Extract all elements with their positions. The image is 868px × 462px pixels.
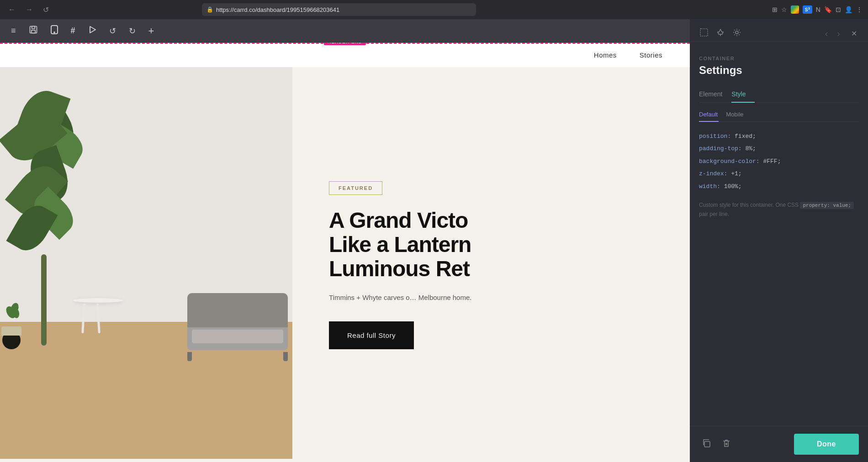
nav-homes-link[interactable]: Homes xyxy=(594,51,617,59)
canvas-wrapper: HEADER END Homes Stories xyxy=(0,43,690,462)
redo-icon: ↻ xyxy=(129,26,136,36)
back-button[interactable]: ← xyxy=(5,4,18,16)
panel-bottom-actions xyxy=(699,436,734,453)
subtab-mobile[interactable]: Mobile xyxy=(726,107,752,121)
hash-button[interactable]: # xyxy=(67,23,79,38)
preview-image-column xyxy=(0,67,292,459)
svg-rect-8 xyxy=(704,441,710,447)
subtab-default[interactable]: Default xyxy=(699,107,726,121)
extension-icon-1[interactable]: ⊞ xyxy=(772,6,778,13)
done-button[interactable]: Done xyxy=(794,434,859,455)
preview-content: FEATURED A Grand Victo Like a Lantern Lu… xyxy=(0,67,690,459)
menu-icon: ≡ xyxy=(11,26,16,36)
hint-text-block: Custom style for this container. One CSS… xyxy=(699,201,859,219)
copy-element-button[interactable] xyxy=(699,436,714,453)
mobile-view-button[interactable] xyxy=(47,22,62,39)
panel-section-label: CONTAINER xyxy=(699,56,859,61)
story-headline: A Grand Victo Like a Lantern Luminous Re… xyxy=(329,209,662,281)
s3-extension-icon[interactable]: S3 xyxy=(803,5,812,13)
css-prop-position: position: fixed; xyxy=(699,131,859,142)
undo-button[interactable]: ↺ xyxy=(106,23,120,39)
address-bar[interactable]: 🔒 https://carrd.co/dashboard/19951596682… xyxy=(202,3,476,16)
add-element-button[interactable]: + xyxy=(145,22,158,40)
css-prop-width: width: 100%; xyxy=(699,181,859,192)
panel-prev-button[interactable]: ‹ xyxy=(821,26,832,41)
css-properties-list: position: fixed; padding-top: 8%; backgr… xyxy=(699,131,859,192)
small-plant-leaves xyxy=(5,299,21,322)
css-prop-background-color: background-color: #FFF; xyxy=(699,156,859,167)
settings-gear-button[interactable] xyxy=(730,26,744,42)
notion-icon[interactable]: N xyxy=(816,6,820,13)
extension2-icon[interactable]: ⊡ xyxy=(836,6,841,13)
panel-toolbar-icons xyxy=(697,26,744,42)
round-table xyxy=(73,298,123,333)
avatar-icon[interactable]: 👤 xyxy=(845,6,852,13)
save-icon xyxy=(29,25,38,37)
delete-element-button[interactable] xyxy=(719,436,734,453)
preview-text-column: FEATURED A Grand Victo Like a Lantern Lu… xyxy=(292,67,690,459)
browser-chrome: ← → ↺ 🔒 https://carrd.co/dashboard/19951… xyxy=(0,0,868,19)
play-button[interactable] xyxy=(85,23,100,39)
save-button[interactable] xyxy=(25,22,42,39)
hint-code: property: value; xyxy=(800,202,854,209)
lock-icon: 🔒 xyxy=(206,6,213,13)
small-pot-plant xyxy=(2,322,22,349)
svg-rect-2 xyxy=(31,30,35,33)
story-excerpt: Timmins + Whyte carves o… Melbourne home… xyxy=(329,292,489,303)
pot-upper xyxy=(1,326,21,336)
css-prop-padding-top: padding-top: 8%; xyxy=(699,143,859,154)
tab-element[interactable]: Element xyxy=(699,86,731,102)
forward-button[interactable]: → xyxy=(23,4,36,16)
panel-body: CONTAINER Settings Element Style Default… xyxy=(690,42,868,426)
bookmark-star-icon[interactable]: ☆ xyxy=(781,6,787,13)
plant-stem xyxy=(41,254,47,346)
hash-icon: # xyxy=(71,26,75,36)
sofa xyxy=(187,293,288,361)
svg-marker-5 xyxy=(90,26,95,33)
panel-bottom-bar: Done xyxy=(690,426,868,462)
menu-button[interactable]: ≡ xyxy=(7,23,20,38)
panel-close-button[interactable]: ✕ xyxy=(847,27,861,40)
multi-color-extension-icon[interactable] xyxy=(791,5,799,14)
panel-main-tabs: Element Style xyxy=(699,86,859,103)
svg-point-4 xyxy=(54,32,55,33)
select-tool-button[interactable] xyxy=(697,26,711,42)
reload-button[interactable]: ↺ xyxy=(40,4,52,16)
nav-stories-link[interactable]: Stories xyxy=(640,51,662,59)
editor-area: ≡ # xyxy=(0,19,690,462)
header-end-label: HEADER END xyxy=(324,43,366,45)
featured-badge: FEATURED xyxy=(329,181,382,195)
svg-rect-6 xyxy=(700,29,708,36)
panel-nav-close: ‹ › ✕ xyxy=(821,26,861,41)
pin-tool-button[interactable] xyxy=(714,26,727,42)
editor-toolbar: ≡ # xyxy=(0,19,690,43)
bookmark-icon[interactable]: 🔖 xyxy=(824,6,832,13)
undo-icon: ↺ xyxy=(109,26,116,36)
page-preview: Homes Stories xyxy=(0,43,690,462)
url-text: https://carrd.co/dashboard/1995159668203… xyxy=(216,6,339,13)
panel-title: Settings xyxy=(699,64,859,77)
header-end-bar: HEADER END xyxy=(0,43,690,44)
panel-next-button[interactable]: › xyxy=(833,26,844,41)
main-layout: ≡ # xyxy=(0,19,868,462)
settings-panel: ‹ › ✕ CONTAINER Settings Element Style xyxy=(690,19,868,462)
preview-nav: Homes Stories xyxy=(0,43,690,67)
read-full-story-button[interactable]: Read full Story xyxy=(329,321,414,349)
browser-toolbar: ⊞ ☆ S3 N 🔖 ⊡ 👤 ⋮ xyxy=(772,5,863,14)
mobile-icon xyxy=(51,25,58,37)
panel-sub-tabs: Default Mobile xyxy=(699,107,859,122)
tab-style[interactable]: Style xyxy=(731,86,755,102)
play-icon xyxy=(88,26,96,36)
more-icon[interactable]: ⋮ xyxy=(856,6,863,13)
svg-rect-1 xyxy=(32,26,35,29)
redo-button[interactable]: ↻ xyxy=(125,23,139,39)
room-photo xyxy=(0,67,292,459)
css-prop-z-index: z-index: +1; xyxy=(699,168,859,179)
svg-point-7 xyxy=(736,31,738,34)
add-icon: + xyxy=(148,25,154,37)
